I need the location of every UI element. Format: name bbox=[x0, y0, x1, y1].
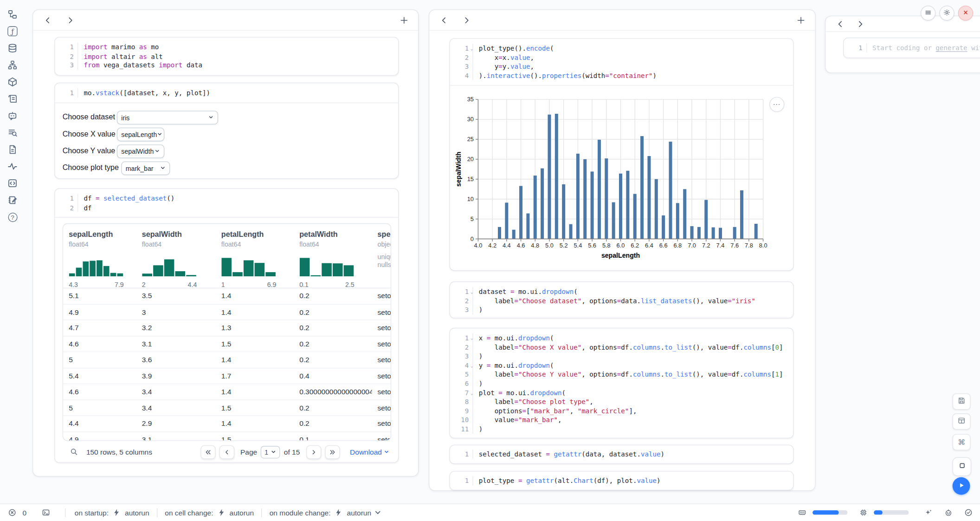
chevron-left-icon[interactable] bbox=[42, 14, 53, 26]
code-line[interactable]: 1df = selected_dataset() bbox=[59, 194, 394, 203]
table-row[interactable]: 53.61.40.2setosa bbox=[63, 352, 391, 367]
settings-button[interactable] bbox=[939, 6, 954, 20]
table-row[interactable]: 5.43.91.70.4setosa bbox=[63, 367, 391, 383]
code-line[interactable]: 6) bbox=[454, 379, 789, 388]
column-header-sepalLength[interactable]: sepalLengthfloat644.37.9 bbox=[63, 224, 136, 288]
first-page-button[interactable] bbox=[200, 445, 215, 459]
search-icon[interactable] bbox=[68, 446, 79, 457]
notes-icon[interactable] bbox=[7, 195, 18, 206]
code-line[interactable]: 3 y=y.value, bbox=[454, 62, 789, 72]
next-page-button[interactable] bbox=[306, 445, 321, 459]
prev-page-button[interactable] bbox=[219, 445, 234, 459]
chevron-left-icon[interactable] bbox=[834, 18, 845, 29]
dropdown-select-sepalLength[interactable]: sepalLength bbox=[117, 127, 164, 141]
column-header-species[interactable]: speciesobjectunique:nulls: bbox=[372, 224, 391, 288]
code-line[interactable]: 1import marimo as mo bbox=[59, 43, 394, 52]
dropdown-select-iris[interactable]: iris bbox=[117, 111, 218, 124]
runtime-item[interactable]: on module change:autorun bbox=[270, 507, 382, 518]
keyboard-shortcuts-button[interactable]: ⌘ bbox=[953, 434, 971, 450]
code-cell-selected-dataset[interactable]: 1selected_dataset = getattr(data, datase… bbox=[449, 445, 793, 464]
table-row[interactable]: 5.13.51.40.2setosa bbox=[63, 288, 391, 304]
code-line[interactable]: 5 label="Choose Y value", options=df.col… bbox=[454, 370, 789, 379]
code-line[interactable]: 1mo.vstack([dataset, x, y, plot]) bbox=[59, 88, 394, 98]
layout-button[interactable] bbox=[953, 413, 971, 430]
file-explorer-icon[interactable] bbox=[7, 9, 18, 20]
fold-chevron-icon[interactable]: ⌄ bbox=[471, 45, 473, 54]
help-icon[interactable]: ? bbox=[7, 211, 18, 222]
logs-icon[interactable] bbox=[7, 127, 18, 138]
menu-button[interactable] bbox=[921, 6, 935, 20]
table-row[interactable]: 53.41.50.2setosa bbox=[63, 399, 391, 415]
scratchpad-icon[interactable] bbox=[7, 93, 18, 104]
last-page-button[interactable] bbox=[325, 445, 340, 459]
ai-chat-icon[interactable] bbox=[7, 110, 18, 121]
functions-icon[interactable]: ƒ bbox=[7, 26, 18, 37]
add-cell-icon[interactable] bbox=[398, 14, 409, 26]
fold-chevron-icon[interactable]: ⌄ bbox=[471, 389, 473, 398]
packages-icon[interactable] bbox=[7, 76, 18, 87]
runtime-item[interactable]: on cell change:autorun bbox=[165, 507, 254, 518]
code-line[interactable]: 4⌄y = mo.ui.dropdown( bbox=[454, 361, 789, 370]
code-line[interactable]: 2 x=x.value, bbox=[454, 53, 789, 62]
code-line[interactable]: 2df bbox=[59, 203, 394, 212]
code-line[interactable]: 3) bbox=[454, 306, 789, 315]
code-line[interactable]: 10 value="mark_bar", bbox=[454, 416, 789, 425]
column-header-petalWidth[interactable]: petalWidthfloat640.12.5 bbox=[294, 224, 372, 288]
save-button[interactable] bbox=[953, 393, 971, 410]
code-line[interactable]: 9 options=["mark_bar", "mark_circle"], bbox=[454, 406, 789, 416]
page-select[interactable]: 1 bbox=[261, 446, 280, 458]
table-row[interactable]: 4.73.21.30.2setosa bbox=[63, 319, 391, 335]
code-line[interactable]: 1⌄dataset = mo.ui.dropdown( bbox=[454, 287, 789, 296]
chevron-right-icon[interactable] bbox=[854, 18, 865, 29]
snippets-icon[interactable] bbox=[7, 178, 18, 189]
code-line[interactable]: 4).interactive().properties(width="conta… bbox=[454, 71, 789, 80]
code-cell-imports[interactable]: 1import marimo as mo2import altair as al… bbox=[54, 37, 399, 76]
run-button[interactable] bbox=[953, 477, 970, 495]
fold-chevron-icon[interactable]: ⌄ bbox=[471, 288, 473, 297]
table-row[interactable]: 4.93.11.50.1setosa bbox=[63, 431, 391, 441]
tracing-icon[interactable] bbox=[7, 161, 18, 172]
scratchpad-toggle-button[interactable] bbox=[953, 457, 971, 476]
fold-chevron-icon[interactable]: ⌄ bbox=[471, 361, 473, 371]
code-cell-vstack[interactable]: 1mo.vstack([dataset, x, y, plot]) Choose… bbox=[54, 83, 399, 179]
assistant-bot-button[interactable] bbox=[942, 507, 954, 518]
column-header-petalLength[interactable]: petalLengthfloat6416.9 bbox=[216, 224, 294, 288]
code-line[interactable]: 1plot_type = getattr(alt.Chart(df), plot… bbox=[454, 476, 789, 485]
dropdown-select-mark_bar[interactable]: mark_bar bbox=[121, 161, 170, 175]
code-line[interactable]: 1⌄plot_type().encode( bbox=[454, 44, 789, 53]
code-line[interactable]: 2 label="Choose X value", options=df.col… bbox=[454, 343, 789, 352]
runtime-item[interactable]: on startup:autorun bbox=[75, 507, 149, 518]
chevron-right-icon[interactable] bbox=[461, 14, 472, 26]
datasources-icon[interactable] bbox=[7, 43, 18, 54]
code-placeholder[interactable]: Start coding or generate with AI bbox=[867, 43, 980, 52]
generate-link[interactable]: generate bbox=[936, 44, 967, 51]
code-cell-plot-type[interactable]: 1plot_type = getattr(alt.Chart(df), plot… bbox=[449, 471, 793, 490]
code-line[interactable]: 7⌄plot = mo.ui.dropdown( bbox=[454, 388, 789, 397]
dependency-graph-icon[interactable] bbox=[7, 59, 18, 71]
code-line[interactable]: 11) bbox=[454, 424, 789, 434]
download-button[interactable]: Download bbox=[350, 448, 389, 456]
code-line[interactable]: 3) bbox=[454, 352, 789, 361]
documentation-icon[interactable] bbox=[7, 144, 18, 155]
column-header-sepalWidth[interactable]: sepalWidthfloat6424.4 bbox=[136, 224, 216, 288]
terminal-button[interactable] bbox=[40, 507, 52, 518]
table-row[interactable]: 4.63.11.50.2setosa bbox=[63, 336, 391, 352]
fold-chevron-icon[interactable]: ⌄ bbox=[471, 334, 473, 343]
code-line[interactable]: 8 label="Choose plot type", bbox=[454, 397, 789, 407]
code-line[interactable]: 2 label="Choose dataset", options=data.l… bbox=[454, 296, 789, 306]
table-row[interactable]: 4.63.41.40.30000000000000004setosa bbox=[63, 384, 391, 399]
code-cell-dataset[interactable]: 1⌄dataset = mo.ui.dropdown(2 label="Choo… bbox=[449, 281, 793, 318]
altair-bar-chart[interactable]: 051015202530354.04.24.44.64.85.05.25.45.… bbox=[453, 88, 789, 263]
chevron-right-icon[interactable] bbox=[64, 14, 76, 26]
code-line[interactable]: 3from vega_datasets import data bbox=[59, 61, 394, 70]
close-panel-button[interactable] bbox=[958, 6, 973, 20]
connection-status-button[interactable] bbox=[962, 507, 974, 518]
code-cell-xyplot[interactable]: 1⌄x = mo.ui.dropdown(2 label="Choose X v… bbox=[449, 328, 793, 438]
code-line[interactable]: 2import altair as alt bbox=[59, 52, 394, 61]
code-cell-df[interactable]: 1df = selected_dataset()2df sepalLengthf… bbox=[54, 188, 399, 462]
code-line[interactable]: 1⌄x = mo.ui.dropdown( bbox=[454, 333, 789, 343]
errors-indicator[interactable] bbox=[6, 507, 17, 518]
table-row[interactable]: 4.931.40.2setosa bbox=[63, 304, 391, 319]
dropdown-select-sepalWidth[interactable]: sepalWidth bbox=[117, 144, 164, 158]
code-cell-plot[interactable]: 1⌄plot_type().encode(2 x=x.value,3 y=y.v… bbox=[449, 38, 793, 271]
